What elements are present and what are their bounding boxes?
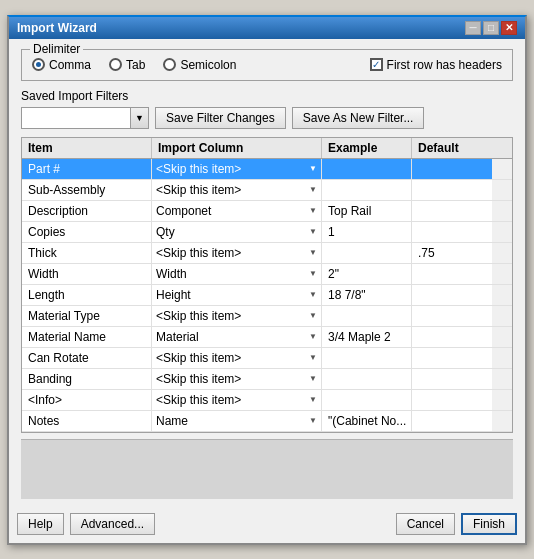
- cell-item: Material Type: [22, 306, 152, 326]
- table-header: Item Import Column Example Default: [22, 138, 512, 159]
- filter-dropdown-wrapper: ▼: [21, 107, 149, 129]
- dropdown-arrow-icon[interactable]: ▼: [309, 164, 317, 173]
- window-title: Import Wizard: [17, 21, 97, 35]
- cell-default: [412, 180, 492, 200]
- table-row[interactable]: WidthWidth▼2": [22, 264, 512, 285]
- tab-radio[interactable]: [109, 58, 122, 71]
- cell-import-col[interactable]: Qty▼: [152, 222, 322, 242]
- cell-import-col[interactable]: Name▼: [152, 411, 322, 431]
- dropdown-arrow-icon[interactable]: ▼: [309, 416, 317, 425]
- finish-button[interactable]: Finish: [461, 513, 517, 535]
- cell-example: "(Cabinet No...: [322, 411, 412, 431]
- cell-import-col[interactable]: <Skip this item>▼: [152, 390, 322, 410]
- dropdown-arrow-icon[interactable]: ▼: [309, 311, 317, 320]
- minimize-button[interactable]: ─: [465, 21, 481, 35]
- close-button[interactable]: ✕: [501, 21, 517, 35]
- cell-default: [412, 285, 492, 305]
- cell-example: [322, 369, 412, 389]
- saved-filters-row: ▼ Save Filter Changes Save As New Filter…: [21, 107, 513, 129]
- cell-item: Thick: [22, 243, 152, 263]
- cell-import-col[interactable]: <Skip this item>▼: [152, 348, 322, 368]
- table-row[interactable]: Banding<Skip this item>▼: [22, 369, 512, 390]
- footer: Help Advanced... Cancel Finish: [9, 507, 525, 543]
- cell-import-col[interactable]: Height▼: [152, 285, 322, 305]
- first-row-headers-option[interactable]: ✓ First row has headers: [370, 58, 502, 72]
- cell-default: [412, 390, 492, 410]
- save-filter-changes-button[interactable]: Save Filter Changes: [155, 107, 286, 129]
- saved-filters-label: Saved Import Filters: [21, 89, 513, 103]
- cell-default: [412, 327, 492, 347]
- table-row[interactable]: DescriptionComponet▼Top Rail: [22, 201, 512, 222]
- cell-example: Top Rail: [322, 201, 412, 221]
- comma-radio[interactable]: [32, 58, 45, 71]
- dropdown-arrow-icon[interactable]: ▼: [309, 290, 317, 299]
- cell-item: Sub-Assembly: [22, 180, 152, 200]
- title-bar: Import Wizard ─ □ ✕: [9, 17, 525, 39]
- cell-import-col[interactable]: <Skip this item>▼: [152, 306, 322, 326]
- filter-select[interactable]: [21, 107, 131, 129]
- comma-label: Comma: [49, 58, 91, 72]
- dropdown-arrow-icon[interactable]: ▼: [309, 395, 317, 404]
- cell-import-col[interactable]: Width▼: [152, 264, 322, 284]
- dropdown-arrow-icon[interactable]: ▼: [309, 374, 317, 383]
- dropdown-arrow-icon[interactable]: ▼: [309, 353, 317, 362]
- cell-default: [412, 264, 492, 284]
- semicolon-radio[interactable]: [163, 58, 176, 71]
- cell-import-col[interactable]: <Skip this item>▼: [152, 159, 322, 179]
- dropdown-arrow-icon[interactable]: ▼: [309, 185, 317, 194]
- cell-default: [412, 369, 492, 389]
- main-content: Delimiter Comma Tab Semicolon ✓ First ro…: [9, 39, 525, 507]
- semicolon-option[interactable]: Semicolon: [163, 58, 236, 72]
- cell-example: [322, 243, 412, 263]
- cell-default: [412, 222, 492, 242]
- col-example: Example: [322, 138, 412, 158]
- table-row[interactable]: NotesName▼"(Cabinet No...: [22, 411, 512, 432]
- cancel-button[interactable]: Cancel: [396, 513, 455, 535]
- dropdown-arrow-icon[interactable]: ▼: [309, 332, 317, 341]
- help-button[interactable]: Help: [17, 513, 64, 535]
- advanced-button[interactable]: Advanced...: [70, 513, 155, 535]
- maximize-button[interactable]: □: [483, 21, 499, 35]
- cell-item: Width: [22, 264, 152, 284]
- filter-dropdown-arrow[interactable]: ▼: [131, 107, 149, 129]
- cell-default: [412, 348, 492, 368]
- dropdown-arrow-icon[interactable]: ▼: [309, 227, 317, 236]
- table-row[interactable]: CopiesQty▼1: [22, 222, 512, 243]
- cell-example: 3/4 Maple 2: [322, 327, 412, 347]
- cell-item: <Info>: [22, 390, 152, 410]
- cell-import-col[interactable]: <Skip this item>▼: [152, 369, 322, 389]
- cell-example: 18 7/8": [322, 285, 412, 305]
- tab-option[interactable]: Tab: [109, 58, 145, 72]
- cell-example: 1: [322, 222, 412, 242]
- comma-option[interactable]: Comma: [32, 58, 91, 72]
- table-row[interactable]: Material NameMaterial▼3/4 Maple 2: [22, 327, 512, 348]
- cell-import-col[interactable]: <Skip this item>▼: [152, 180, 322, 200]
- cell-item: Description: [22, 201, 152, 221]
- first-row-checkbox[interactable]: ✓: [370, 58, 383, 71]
- delimiter-label: Delimiter: [30, 42, 83, 56]
- mapping-table: Item Import Column Example Default Part …: [21, 137, 513, 433]
- tab-label: Tab: [126, 58, 145, 72]
- table-row[interactable]: <Info><Skip this item>▼: [22, 390, 512, 411]
- semicolon-label: Semicolon: [180, 58, 236, 72]
- dropdown-arrow-icon[interactable]: ▼: [309, 206, 317, 215]
- table-row[interactable]: Sub-Assembly<Skip this item>▼: [22, 180, 512, 201]
- cell-item: Part #: [22, 159, 152, 179]
- dropdown-arrow-icon[interactable]: ▼: [309, 269, 317, 278]
- cell-import-col[interactable]: Componet▼: [152, 201, 322, 221]
- table-row[interactable]: Thick<Skip this item>▼.75: [22, 243, 512, 264]
- save-as-new-filter-button[interactable]: Save As New Filter...: [292, 107, 425, 129]
- cell-import-col[interactable]: Material▼: [152, 327, 322, 347]
- cell-default: [412, 306, 492, 326]
- cell-import-col[interactable]: <Skip this item>▼: [152, 243, 322, 263]
- table-row[interactable]: Part #<Skip this item>▼: [22, 159, 512, 180]
- cell-item: Can Rotate: [22, 348, 152, 368]
- dropdown-arrow-icon[interactable]: ▼: [309, 248, 317, 257]
- cell-example: [322, 348, 412, 368]
- table-row[interactable]: Can Rotate<Skip this item>▼: [22, 348, 512, 369]
- cell-item: Length: [22, 285, 152, 305]
- cell-default: [412, 411, 492, 431]
- cell-example: 2": [322, 264, 412, 284]
- table-row[interactable]: LengthHeight▼18 7/8": [22, 285, 512, 306]
- table-row[interactable]: Material Type<Skip this item>▼: [22, 306, 512, 327]
